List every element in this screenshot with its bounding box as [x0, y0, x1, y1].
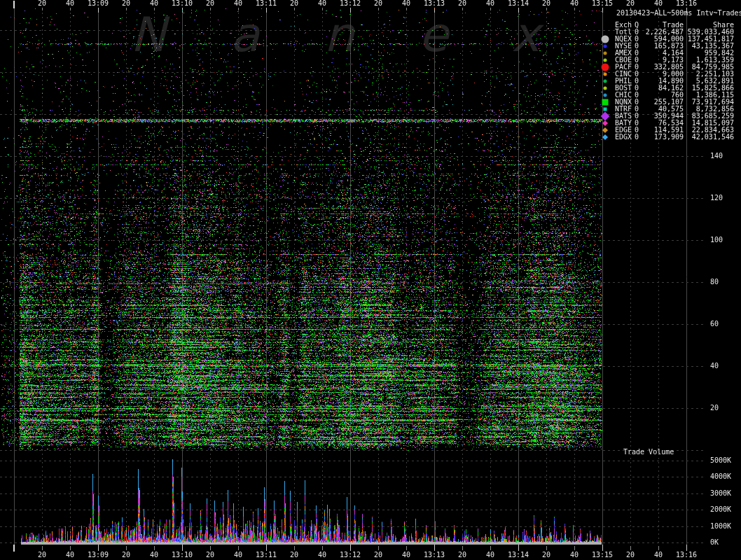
time-label-bottom: 40 [654, 552, 663, 559]
time-label-top: 40 [66, 0, 74, 7]
time-label-bottom: 20 [206, 552, 214, 559]
price-tick-label: 100 [710, 237, 723, 244]
legend-trade-value: 173,909 [654, 134, 684, 141]
time-label-bottom: 20 [374, 552, 382, 559]
time-label-bottom: 20 [626, 552, 635, 559]
time-label-bottom: 20 [542, 552, 550, 559]
time-label-top: 20 [542, 0, 550, 7]
legend-q-value: 0 [635, 134, 639, 141]
legend-exch-label: EDGX [615, 134, 632, 141]
time-label-bottom: 13:09 [88, 552, 109, 559]
time-label-bottom: 40 [66, 552, 74, 559]
time-label-bottom: 40 [150, 552, 158, 559]
pacf-circle-marker-icon [602, 64, 609, 71]
time-label-bottom: 40 [486, 552, 494, 559]
price-tick-label: 20 [710, 405, 719, 412]
time-label-top: 40 [570, 0, 579, 7]
legend-share-value: 42,031,546 [692, 134, 734, 141]
time-label-top: 40 [150, 0, 158, 7]
edge-diamond-marker-icon [602, 127, 608, 133]
price-tick-label: 60 [710, 321, 719, 328]
time-label-top: 40 [234, 0, 242, 7]
time-label-top: 40 [486, 0, 494, 7]
time-label-bottom: 40 [570, 552, 579, 559]
volume-tick-label: 2000K [710, 506, 731, 513]
volume-tick-label: 1000K [710, 523, 731, 530]
time-label-bottom: 20 [38, 552, 46, 559]
time-label-top: 20 [206, 0, 214, 7]
time-label-top: 20 [374, 0, 382, 7]
nqnx-square-marker-icon [602, 99, 609, 106]
time-label-top: 13:14 [508, 0, 529, 7]
nyse-circle-marker-icon [604, 45, 607, 48]
cinc-circle-marker-icon [604, 73, 607, 76]
edgx-diamond-marker-icon [602, 134, 608, 140]
time-label-top: 20 [458, 0, 466, 7]
time-label-top: 13:11 [256, 0, 277, 7]
time-label-top: 40 [318, 0, 326, 7]
time-label-top: 13:09 [88, 0, 109, 7]
legend-panel: 20130423~ALL~500ms Intv~Trades Exch Q Tr… [593, 0, 741, 147]
price-tick-label: 40 [710, 363, 719, 370]
phil-circle-marker-icon [604, 80, 607, 83]
time-label-top: 40 [402, 0, 410, 7]
ntrf-square-marker-icon [604, 108, 607, 111]
price-tick-label: 120 [710, 195, 723, 202]
volume-tick-label: 4000K [710, 473, 731, 480]
nanex-app-window: Nanex Trade Volume 20130423~ALL~500ms In… [0, 0, 741, 560]
time-label-bottom: 40 [402, 552, 410, 559]
amex-circle-marker-icon [604, 52, 607, 55]
time-label-top: 13:10 [172, 0, 193, 7]
volume-pane-title: Trade Volume [623, 449, 674, 456]
nqex-circle-marker-icon [602, 36, 609, 43]
time-label-bottom: 40 [318, 552, 326, 559]
time-label-bottom: 13:11 [256, 552, 277, 559]
chic-circle-marker-icon [604, 94, 607, 97]
time-label-bottom: 20 [122, 552, 130, 559]
time-label-bottom: 20 [458, 552, 466, 559]
time-label-bottom: 13:10 [172, 552, 193, 559]
time-label-bottom: 13:13 [424, 552, 445, 559]
time-label-top: 13:12 [340, 0, 361, 7]
time-label-bottom: 40 [234, 552, 242, 559]
volume-tick-label: 5000K [710, 457, 731, 464]
price-tick-label: 80 [710, 279, 719, 286]
time-label-bottom: 13:16 [676, 552, 697, 559]
volume-tick-label: 0K [710, 539, 719, 546]
volume-tick-label: 3000K [710, 490, 731, 497]
time-label-bottom: 13:14 [508, 552, 529, 559]
time-label-top: 20 [122, 0, 130, 7]
time-label-bottom: 13:15 [592, 552, 613, 559]
time-label-top: 13:13 [424, 0, 445, 7]
bost-circle-marker-icon [604, 87, 607, 90]
time-label-top: 20 [290, 0, 298, 7]
time-label-bottom: 20 [290, 552, 298, 559]
legend-row-edgx[interactable]: EDGX0173,90942,031,546 [593, 134, 741, 141]
time-label-top: 20 [38, 0, 46, 7]
time-label-bottom: 13:12 [340, 552, 361, 559]
cboe-circle-marker-icon [604, 59, 607, 62]
price-tick-label: 140 [710, 153, 723, 160]
chart-title: 20130423~ALL~500ms Intv~Trades [616, 10, 741, 17]
baty-diamond-marker-icon [602, 120, 608, 126]
